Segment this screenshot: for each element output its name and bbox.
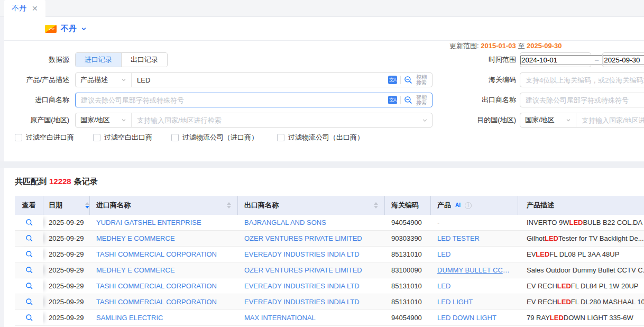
checkbox-icon[interactable]: [93, 134, 100, 141]
view-record-button[interactable]: [25, 266, 33, 274]
end-date-picker[interactable]: [602, 52, 644, 67]
translate-icon[interactable]: 文A: [388, 96, 397, 104]
checkbox-icon[interactable]: [15, 134, 22, 141]
tab-export-records[interactable]: 出口记录: [121, 53, 167, 67]
importer-link[interactable]: MEDHEY E COMMERCE: [96, 234, 175, 242]
column-header-1[interactable]: 日期: [43, 196, 90, 215]
product-link[interactable]: LED LIGHT: [437, 298, 473, 306]
origin-country-group: 国家/地区: [75, 113, 433, 128]
highlighted-keyword: LED: [557, 298, 571, 306]
chevron-down-icon[interactable]: [422, 117, 428, 123]
product-desc-cell: Gilhot LED Tester for TV Backlight De...: [518, 231, 644, 246]
chevron-down-icon[interactable]: [81, 26, 87, 32]
column-header-5: 产品AIi: [431, 196, 518, 215]
hs-code-cell: 90303390: [385, 231, 431, 246]
importer-input[interactable]: [76, 93, 388, 107]
hs-code-input[interactable]: [520, 73, 644, 87]
update-range-end: 2025-09-30: [527, 42, 562, 50]
view-record-button[interactable]: [25, 219, 33, 226]
checkbox-icon[interactable]: [171, 134, 179, 141]
exporter-link[interactable]: BAJRANGLAL AND SONS: [244, 219, 326, 226]
product-desc-cell: 79 RAY LED DOWN LIGHT 335-6W: [518, 310, 644, 325]
date-cell: 2025-09-29: [43, 262, 90, 278]
column-header-3[interactable]: 出口商名称: [238, 196, 385, 215]
origin-country-input[interactable]: [132, 113, 422, 127]
checkbox-icon[interactable]: [277, 134, 284, 141]
hs-code-cell: 83100090: [385, 262, 431, 278]
hs-code-label: 海关编码: [449, 75, 516, 85]
ai-badge: AI: [454, 202, 462, 208]
view-record-button[interactable]: [25, 314, 33, 322]
highlighted-keyword: LED: [545, 234, 558, 242]
smart-search-label[interactable]: 智能搜索: [416, 94, 428, 106]
sort-icons[interactable]: [374, 202, 378, 208]
destination-country-select[interactable]: 国家/地区: [520, 113, 576, 127]
exporter-link[interactable]: OZER VENTURES PRIVATE LIMITED: [244, 234, 362, 242]
view-record-button[interactable]: [25, 250, 33, 258]
table-header: 查看日期进口商名称出口商名称海关编码产品AIi产品描述: [15, 196, 644, 215]
update-range: 更新范围: 2015-01-03 至 2025-09-30: [449, 41, 644, 51]
table-row: 2025-09-29TASHI COMMERCIAL CORPORATIONEV…: [15, 247, 644, 262]
page-title: 不丹: [61, 24, 77, 34]
exporter-link[interactable]: EVEREADY INDUSTRIES INDIA LTD: [244, 250, 360, 258]
product-input[interactable]: [132, 73, 388, 87]
product-label: 产品/产品描述: [4, 75, 69, 85]
importer-link[interactable]: MEDHEY E COMMERCE: [96, 266, 175, 274]
highlighted-keyword: LED: [536, 250, 549, 258]
exporter-input[interactable]: [520, 93, 644, 107]
tab-bhutan[interactable]: 不丹 ✕: [4, 0, 45, 17]
chevron-down-icon: [566, 117, 571, 123]
product-link[interactable]: LED: [437, 282, 450, 290]
origin-country-select[interactable]: 国家/地区: [76, 113, 132, 127]
view-record-button[interactable]: [25, 282, 33, 290]
exporter-link[interactable]: MAX INTERNATIONAL: [244, 314, 316, 322]
product-link[interactable]: LED DOWN LIGHT: [437, 314, 496, 322]
importer-link[interactable]: TASHI COMMERCIAL CORPORATION: [96, 250, 217, 258]
datasource-label: 数据源: [4, 55, 69, 65]
start-date-picker[interactable]: [520, 52, 591, 67]
translate-icon[interactable]: 文A: [388, 76, 397, 84]
product-link[interactable]: LED TESTER: [437, 234, 480, 242]
sort-icons[interactable]: [227, 202, 231, 208]
date-cell: 2025-09-29: [43, 215, 90, 230]
view-record-button[interactable]: [25, 298, 33, 306]
sort-icons[interactable]: [85, 202, 89, 208]
product-link[interactable]: DUMMY BULLET CCTV...: [437, 266, 512, 274]
table-row: 2025-09-29TASHI COMMERCIAL CORPORATIONEV…: [15, 278, 644, 294]
importer-link[interactable]: TASHI COMMERCIAL CORPORATION: [96, 282, 217, 290]
checkbox-filter-logistics-importer[interactable]: 过滤物流公司（进口商）: [171, 133, 258, 142]
product-desc-cell: EV RECH LED FL DL84 PL 1W 20UP: [518, 278, 644, 294]
exporter-link[interactable]: EVEREADY INDUSTRIES INDIA LTD: [244, 298, 360, 306]
date-cell: 2025-09-29: [43, 231, 90, 246]
results-count: 共匹配到12228条记录: [15, 177, 644, 187]
info-icon[interactable]: i: [465, 202, 472, 209]
close-icon[interactable]: ✕: [32, 5, 38, 12]
importer-link[interactable]: YUDRAI GATSHEL ENTERPRISE: [96, 219, 201, 226]
column-header-2[interactable]: 进口商名称: [90, 196, 238, 215]
exporter-link[interactable]: OZER VENTURES PRIVATE LIMITED: [244, 266, 362, 274]
magnifier-minus-icon[interactable]: [404, 96, 413, 105]
exporter-link[interactable]: EVEREADY INDUSTRIES INDIA LTD: [244, 282, 360, 290]
match-count: 12228: [47, 177, 74, 186]
hs-code-cell: 85131010: [385, 294, 431, 310]
importer-search-group: 文A 智能搜索: [75, 93, 433, 107]
importer-link[interactable]: SAMLING ELECTRIC: [96, 314, 163, 322]
product-link[interactable]: LED: [437, 250, 450, 258]
product-desc-cell: EV LED FL DL08 PL 3AA 48UP: [518, 247, 644, 262]
bhutan-flag-icon: [45, 25, 57, 33]
fuzzy-search-label[interactable]: 模糊搜索: [416, 74, 428, 86]
end-date-input[interactable]: [603, 55, 644, 65]
checkbox-filter-blank-exporter[interactable]: 过滤空白出口商: [93, 133, 152, 142]
importer-link[interactable]: TASHI COMMERCIAL CORPORATION: [96, 298, 217, 306]
view-record-button[interactable]: [25, 234, 33, 242]
product-type-select[interactable]: 产品描述: [76, 73, 132, 87]
hs-code-cell: 94054900: [385, 215, 431, 230]
table-row: 2025-09-29YUDRAI GATSHEL ENTERPRISEBAJRA…: [15, 215, 644, 231]
exporter-field: [520, 93, 644, 107]
tab-import-records[interactable]: 进口记录: [76, 53, 121, 67]
search-panel: 不丹 数据源 进口记录 出口记录 产品/产品描述 产品描述 文A: [4, 17, 644, 161]
magnifier-minus-icon[interactable]: [404, 76, 413, 85]
destination-country-input[interactable]: [576, 113, 644, 127]
checkbox-filter-logistics-exporter[interactable]: 过滤物流公司（出口商）: [277, 133, 364, 142]
checkbox-filter-blank-importer[interactable]: 过滤空白进口商: [15, 133, 74, 142]
